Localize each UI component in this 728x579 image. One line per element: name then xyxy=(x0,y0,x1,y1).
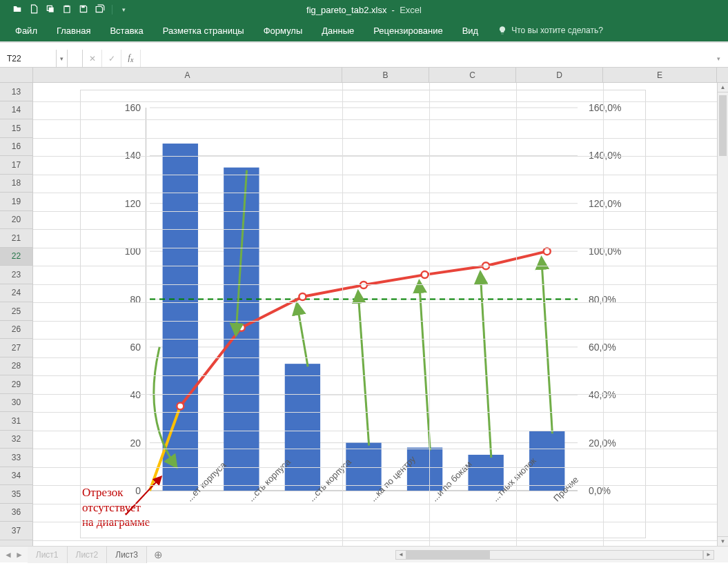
y-right-tick: 60,0% xyxy=(589,342,645,353)
row-header[interactable]: 22 xyxy=(0,248,32,266)
y-axis-right: 0,0%20,0%40,0%60,0%80,0%100,0%120,0%140,… xyxy=(583,108,645,491)
y-left-tick: 160 xyxy=(81,102,141,113)
row-header[interactable]: 26 xyxy=(0,321,32,340)
y-left-tick: 120 xyxy=(81,198,141,209)
col-header[interactable]: B xyxy=(342,68,429,82)
paste-icon[interactable] xyxy=(62,4,72,16)
row-header[interactable]: 32 xyxy=(0,431,32,449)
row-header[interactable]: 24 xyxy=(0,284,32,303)
name-box-dropdown-icon[interactable]: ▾ xyxy=(57,50,68,67)
filename: fig_pareto_tab2.xlsx xyxy=(306,5,386,15)
row-header[interactable]: 16 xyxy=(0,138,32,157)
col-header[interactable]: C xyxy=(429,68,516,82)
y-right-tick: 120,0% xyxy=(589,198,645,209)
scroll-up-icon[interactable]: ▲ xyxy=(718,83,728,92)
cancel-icon[interactable]: ✕ xyxy=(83,50,102,67)
svg-point-20 xyxy=(238,324,245,331)
scroll-left-icon[interactable]: ◄ xyxy=(395,550,406,560)
sheet-nav[interactable]: ◄ ► xyxy=(0,550,28,560)
row-header[interactable]: 21 xyxy=(0,229,32,248)
row-header[interactable]: 36 xyxy=(0,504,32,522)
svg-point-25 xyxy=(544,248,551,255)
col-header[interactable]: D xyxy=(516,68,603,82)
tab-data[interactable]: Данные xyxy=(312,19,364,41)
lightbulb-icon xyxy=(498,26,507,35)
formula-expand-icon[interactable]: ▾ xyxy=(713,55,728,62)
row-header[interactable]: 13 xyxy=(0,83,32,101)
nav-prev-icon[interactable]: ◄ xyxy=(4,550,12,560)
tab-pagelayout[interactable]: Разметка страницы xyxy=(153,19,254,41)
row-header[interactable]: 35 xyxy=(0,485,32,504)
annotation-text: Отрезок отсутствует на диаграмме xyxy=(82,485,150,529)
formula-bar: T22 ▾ ✕ ✓ fx ▾ xyxy=(0,50,728,68)
row-header[interactable]: 37 xyxy=(0,522,32,540)
y-right-tick: 160,0% xyxy=(589,102,645,113)
sheet-tab-1[interactable]: Лист1 xyxy=(28,547,68,563)
y-right-tick: 0,0% xyxy=(589,485,645,496)
open-icon[interactable] xyxy=(12,4,22,16)
svg-point-19 xyxy=(177,403,184,410)
row-header[interactable]: 18 xyxy=(0,175,32,193)
select-all-corner[interactable] xyxy=(0,68,33,82)
row-header[interactable]: 33 xyxy=(0,449,32,467)
horizontal-scrollbar[interactable]: ◄ ► xyxy=(170,550,728,560)
svg-rect-16 xyxy=(529,431,564,491)
save-icon[interactable] xyxy=(79,4,88,16)
y-left-tick: 60 xyxy=(81,342,141,353)
sheet-tab-2[interactable]: Лист2 xyxy=(68,547,108,563)
y-axis-left: 020406080100120140160 xyxy=(81,108,146,491)
qat-dropdown-icon[interactable]: ▾ xyxy=(119,6,126,13)
scroll-right-icon[interactable]: ► xyxy=(703,550,714,560)
app-name: Excel xyxy=(400,5,422,15)
y-right-tick: 40,0% xyxy=(589,389,645,400)
y-left-tick: 40 xyxy=(81,389,141,400)
scroll-thumb[interactable] xyxy=(719,95,727,156)
row-header[interactable]: 23 xyxy=(0,266,32,284)
name-box[interactable]: T22 xyxy=(0,50,57,67)
y-left-tick: 20 xyxy=(81,438,141,449)
tab-review[interactable]: Рецензирование xyxy=(364,19,452,41)
row-headers: 1314151617181920212223242526272829303132… xyxy=(0,83,33,562)
tab-file[interactable]: Файл xyxy=(6,19,47,41)
pareto-chart[interactable]: 020406080100120140160 ...ет корпуса...ст… xyxy=(80,90,646,538)
col-header[interactable]: A xyxy=(33,68,342,82)
new-icon[interactable] xyxy=(29,4,39,16)
tab-formulas[interactable]: Формулы xyxy=(254,19,313,41)
row-header[interactable]: 15 xyxy=(0,119,32,138)
y-right-tick: 80,0% xyxy=(589,294,645,305)
duplicate-icon[interactable] xyxy=(46,4,55,16)
cells-area[interactable]: 020406080100120140160 ...ет корпуса...ст… xyxy=(33,83,728,562)
tab-home[interactable]: Главная xyxy=(47,19,100,41)
row-header[interactable]: 25 xyxy=(0,302,32,321)
row-header[interactable]: 28 xyxy=(0,357,32,376)
row-header[interactable]: 34 xyxy=(0,467,32,486)
col-header[interactable]: E xyxy=(603,68,717,82)
scroll-thumb-h[interactable] xyxy=(407,551,490,559)
quick-access-toolbar: ▾ xyxy=(0,4,126,16)
chart-plot-area xyxy=(150,108,578,491)
row-header[interactable]: 27 xyxy=(0,339,32,357)
row-header[interactable]: 30 xyxy=(0,394,32,413)
row-header[interactable]: 17 xyxy=(0,156,32,175)
y-left-tick: 80 xyxy=(81,294,141,305)
row-header[interactable]: 29 xyxy=(0,375,32,394)
row-header[interactable]: 31 xyxy=(0,412,32,431)
row-header[interactable]: 14 xyxy=(0,101,32,120)
nav-next-icon[interactable]: ► xyxy=(15,550,23,560)
tell-me[interactable]: Что вы хотите сделать? xyxy=(488,26,603,35)
tab-view[interactable]: Вид xyxy=(453,19,489,41)
scroll-down-icon[interactable]: ▼ xyxy=(718,536,728,546)
svg-point-21 xyxy=(299,293,306,300)
add-sheet-button[interactable]: ⊕ xyxy=(147,549,170,561)
saveall-icon[interactable] xyxy=(95,4,105,16)
vertical-scrollbar[interactable]: ▲ ▼ xyxy=(717,83,728,546)
sheet-tab-3[interactable]: Лист3 xyxy=(107,547,147,563)
fx-button[interactable]: fx xyxy=(121,50,141,67)
svg-point-22 xyxy=(360,282,367,288)
spreadsheet-grid[interactable]: A B C D E 131415161718192021222324252627… xyxy=(0,68,728,562)
tab-insert[interactable]: Вставка xyxy=(100,19,153,41)
svg-line-29 xyxy=(420,282,431,450)
row-header[interactable]: 19 xyxy=(0,193,32,211)
row-header[interactable]: 20 xyxy=(0,211,32,230)
enter-icon[interactable]: ✓ xyxy=(102,50,121,67)
